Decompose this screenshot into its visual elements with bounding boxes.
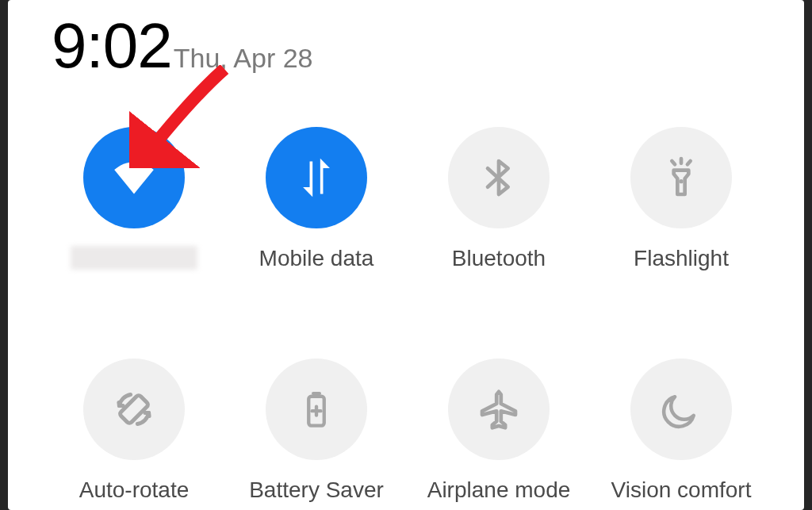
tile-battery-saver[interactable]: Battery Saver [225,359,408,503]
airplane-icon [477,387,521,431]
tile-bluetooth[interactable]: Bluetooth [408,127,590,271]
tile-auto-rotate[interactable]: Auto-rotate [43,359,225,503]
auto-rotate-toggle[interactable] [83,359,185,460]
auto-rotate-label: Auto-rotate [79,477,190,503]
tile-mobile-data[interactable]: Mobile data [225,127,408,271]
status-header: 9:02 Thu, Apr 28 [52,14,312,78]
wifi-icon [106,150,162,205]
svg-point-3 [679,179,683,183]
tile-wifi[interactable] [43,127,225,271]
clock-date: Thu, Apr 28 [174,43,313,74]
moon-icon [660,388,703,431]
wifi-label-redacted [71,246,197,270]
vision-comfort-toggle[interactable] [630,359,732,460]
tile-vision-comfort[interactable]: Vision comfort [590,359,772,503]
airplane-mode-toggle[interactable] [448,359,550,460]
svg-line-1 [672,161,675,164]
bluetooth-toggle[interactable] [448,127,550,228]
mobile-data-label: Mobile data [259,246,374,271]
quick-settings-grid: Mobile data Bluetooth [43,127,772,503]
battery-saver-toggle[interactable] [266,359,367,460]
tile-airplane-mode[interactable]: Airplane mode [408,359,590,503]
wifi-toggle[interactable] [83,127,185,228]
bluetooth-label: Bluetooth [452,246,546,271]
vision-comfort-label: Vision comfort [611,477,752,503]
flashlight-icon [659,155,703,200]
auto-rotate-icon [110,385,158,433]
mobile-data-icon [293,155,339,201]
battery-saver-icon [296,389,337,430]
flashlight-toggle[interactable] [630,127,732,228]
bluetooth-icon [477,155,521,200]
mobile-data-toggle[interactable] [266,127,367,228]
airplane-mode-label: Airplane mode [427,477,571,503]
clock-time: 9:02 [52,14,172,78]
flashlight-label: Flashlight [634,246,729,271]
quick-settings-panel: 9:02 Thu, Apr 28 [8,0,804,510]
tile-flashlight[interactable]: Flashlight [590,127,772,271]
svg-line-2 [688,161,691,164]
battery-saver-label: Battery Saver [249,477,384,503]
